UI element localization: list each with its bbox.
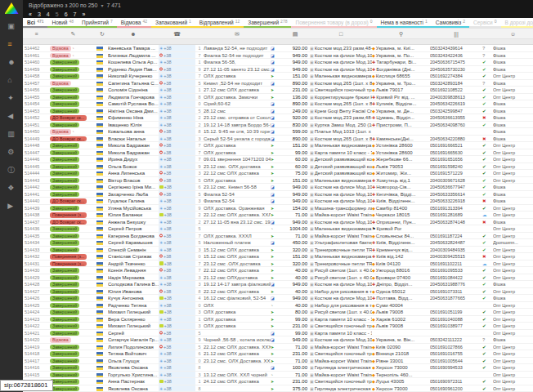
orders-list-icon[interactable]: ≡ [7, 40, 15, 49]
page-button[interactable]: 4 [47, 11, 50, 17]
status-badge[interactable]: Завершений [50, 164, 79, 170]
phone-cell[interactable]: ✳+38 [159, 336, 195, 343]
clients-icon[interactable]: ☻ [130, 30, 136, 38]
status-badge[interactable]: Відмова [50, 337, 71, 343]
phone-cell[interactable]: +38 [159, 323, 195, 329]
status-badge[interactable]: Завершений [50, 365, 79, 371]
status-badge[interactable]: Завершений [50, 95, 79, 100]
phone-cell[interactable]: ✳+38 [159, 350, 195, 357]
phone-cell[interactable]: ✳+38 [159, 372, 195, 378]
tab-Запакований[interactable]: Запакований1 [151, 18, 195, 28]
table-row[interactable]: 514422ЗавершенийМихаил Гилецький+383ОЛХ … [23, 323, 533, 330]
status-badge[interactable]: Відмова [50, 81, 71, 87]
tab-Сервіси[interactable]: Сервіси0 [469, 18, 500, 28]
clients-icon[interactable]: ☻ [7, 58, 15, 67]
barcode-icon[interactable]: ||| [454, 30, 458, 38]
table-row[interactable]: 514455ЗавершенийЛюдмила Гончарова✳+388ОЛ… [23, 94, 533, 101]
table-row[interactable]: 514443ЗавершенийВіктор Власов+385ОЛХ дос… [23, 177, 533, 185]
table-row[interactable]: 514439ЗавершенийУляна Мусійовська✳+389ОЛ… [23, 205, 533, 212]
tab-Всі[interactable]: Всі471 [23, 18, 47, 28]
table-row[interactable]: 514418ЗавершенийТетяна Войтович✳+38621.1… [23, 350, 533, 358]
status-badge[interactable]: Завершений [50, 247, 79, 253]
table-row[interactable]: 514430ЗавершенийКсенія Левадняя+38722.12… [23, 267, 533, 274]
table-row[interactable]: 514421ЗавершенийСергей+385◪99.00▣Карта п… [23, 330, 533, 337]
table-row[interactable]: 514429ЗавершенийНадія Мерзаєва✳+38321.12… [23, 274, 533, 282]
tab-Прийнятий[interactable]: Прийнятий7 [78, 18, 117, 28]
table-row[interactable]: 514419ЗавершенийЛилия Подолинская+38522.… [23, 344, 533, 351]
status-badge[interactable]: Відмова [50, 129, 71, 135]
status-badge[interactable]: ДО Возврат ск... [50, 220, 87, 225]
status-badge[interactable]: Відмова [50, 46, 71, 51]
tab-Новий[interactable]: Новий48 [47, 18, 78, 28]
phone-cell[interactable]: +38 [159, 288, 195, 295]
table-row[interactable]: 514413ЗавершенийЯковлева Оксана✳+388➤375… [23, 385, 533, 392]
table-row[interactable]: 514442ЗавершенийСергіюнко Іріна Ми...+38… [23, 184, 533, 191]
status-badge[interactable]: Завершений [50, 275, 79, 281]
warehouse-icon[interactable]: ⌂ [7, 76, 15, 85]
table-row[interactable]: 514426ЗавершенийКучук Антонина+38416.12 … [23, 295, 533, 302]
chevron-down-icon[interactable]: ▾ [101, 2, 103, 8]
status-badge[interactable]: Завершений [50, 331, 79, 336]
table-row[interactable]: 514441ЗавершенийЗахарченко Люба+385Фиалк… [23, 191, 533, 198]
status-badge[interactable]: Завершений [50, 60, 79, 65]
marketing-icon[interactable]: ◀ [7, 112, 15, 121]
manager-icon[interactable]: ☺ [510, 30, 516, 38]
status-badge[interactable]: Завершений [50, 289, 79, 295]
status-badge[interactable]: Завершений [50, 240, 79, 246]
table-row[interactable]: 514436ЗавершенийСергей Петров✳+385◔1004.… [23, 225, 533, 233]
phone-cell[interactable]: +38 [159, 80, 195, 87]
table-row[interactable]: 514448ЗавершенийМикола Бадражан+387ОЛХ д… [23, 142, 533, 149]
last-page-icon[interactable]: » [82, 11, 85, 17]
table-row[interactable]: 514440ДО Возврат ск...Гуцалюк Галина✳+38… [23, 198, 533, 205]
phone-cell[interactable]: +38 [159, 330, 195, 336]
settings-icon[interactable]: ⚙ [7, 148, 15, 157]
phone-cell[interactable]: ✳+38 [159, 225, 195, 232]
phone-cell[interactable]: +38 [159, 295, 195, 301]
status-badge[interactable]: Завершений [50, 178, 79, 184]
phone-cell[interactable]: +38 [159, 184, 195, 190]
status-badge[interactable]: Повернення (з... [50, 212, 87, 218]
status-badge[interactable]: Завершений [50, 150, 79, 156]
table-row[interactable]: 514459ЗавершенийРуденко Лидия Пав...+389… [23, 66, 533, 74]
phone-cell[interactable]: ✳+38 [159, 316, 195, 323]
table-row[interactable]: 514444ЗавершенийАнна Липенська+38322.12 … [23, 170, 533, 177]
tab-Повернення товару (в дорозі)[interactable]: Повернення товару (в дорозі)0 [291, 18, 376, 28]
app-logo-icon[interactable] [5, 2, 19, 14]
phone-cell[interactable]: +38 [159, 191, 195, 198]
table-row[interactable]: 514415ЗавершенийГоргулько Христина...✳+3… [23, 372, 533, 379]
phone-cell[interactable]: +38 [159, 253, 195, 260]
info-icon[interactable]: ⓘ [7, 166, 15, 175]
status-badge[interactable]: Завершений [50, 282, 79, 287]
page-button[interactable]: 3 [38, 11, 41, 17]
status-badge[interactable]: ДО Возврат ск... [50, 136, 87, 142]
status-badge[interactable]: Завершений [50, 109, 79, 114]
first-page-icon[interactable]: « [29, 11, 32, 17]
phone-cell[interactable]: ✳+38 [159, 163, 195, 170]
phone-cell[interactable]: ✳+38 [159, 239, 195, 246]
phone-cell[interactable]: +38 [159, 66, 195, 73]
table-row[interactable]: 514461Відмова◔Близнюк Людмила ...+387Фиа… [23, 52, 533, 60]
status-badge[interactable]: Завершений [50, 185, 79, 190]
phone-cell[interactable]: +38 [159, 170, 195, 176]
table-row[interactable]: 514450Відмова◔Ковальова анна+38815.12. 9… [23, 128, 533, 136]
status-badge[interactable]: Завершений [50, 122, 79, 128]
status-badge[interactable]: Завершений [50, 192, 79, 198]
status-badge[interactable]: Завершений [50, 345, 79, 350]
status-badge[interactable]: Завершений [50, 323, 79, 329]
phone-cell[interactable]: ✳+38 [159, 122, 195, 128]
phone-cell[interactable]: ✳+38 [159, 274, 195, 281]
status-badge[interactable]: Завершений [50, 171, 79, 176]
phone-cell[interactable]: +38 [159, 212, 195, 218]
phone-cell[interactable]: +38 [159, 177, 195, 184]
tab-Відмова[interactable]: Відмова42 [117, 18, 151, 28]
status-badge[interactable]: Відмова [50, 53, 71, 59]
phone-cell[interactable]: +38 [159, 378, 195, 385]
phone-cell[interactable]: ✳+38 [159, 281, 195, 287]
phone-cell[interactable]: ✳+38 [159, 94, 195, 100]
table-row[interactable]: 514420ВідмоваСитарчук Наталія Гр...✳+389… [23, 336, 533, 344]
products-icon[interactable]: ✦ [7, 94, 15, 103]
product-icon[interactable]: □ [339, 30, 343, 38]
table-row[interactable]: 514425ЗавершенийРадченко Тетяна✳+380ОЛХ◔… [23, 302, 533, 310]
table-row[interactable]: 514435ЗавершенийКатерина Богданова+387ОЛ… [23, 233, 533, 240]
status-badge[interactable]: Завершений [50, 101, 79, 107]
